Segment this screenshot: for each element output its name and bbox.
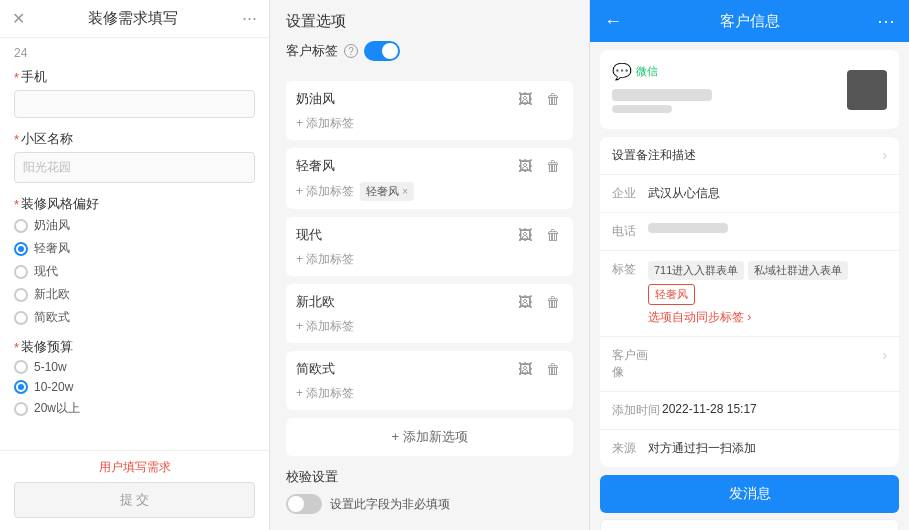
radio-circle-0 [14,219,28,233]
sync-arrow-icon: › [747,310,751,324]
portrait-key: 客户画像 [612,347,648,381]
avatar [847,70,887,110]
radio-circle-4 [14,311,28,325]
option-item-0: 🖼 🗑 + 添加标签 [286,81,573,140]
option-name-input-0[interactable] [296,92,515,107]
set-note-row[interactable]: 设置备注和描述 › [600,137,899,175]
phone-blur [648,223,728,233]
panel3-body: 💬 微信 设置备注和描述 › 企业 武汉从心信息 电话 [590,42,909,530]
add-tag-row-4: + 添加标签 [296,385,563,402]
header-more-icon[interactable]: ⋯ [877,10,895,32]
add-tag-row-1: + 添加标签 轻奢风 × [296,182,563,201]
add-tag-btn-1[interactable]: + 添加标签 [296,183,354,200]
portrait-arrow: › [882,347,887,363]
budget-circle-0 [14,360,28,374]
panel1-header: ✕ 装修需求填写 ··· [0,0,269,38]
customer-tag-label: 客户标签 ? [286,41,573,61]
tag-711: 711进入入群表单 [648,261,744,280]
option-item-4: 🖼 🗑 + 添加标签 [286,351,573,410]
panel2-title: 设置选项 [286,12,573,31]
send-message-button[interactable]: 发消息 [600,475,899,513]
option-icons-3: 🖼 🗑 [515,292,563,312]
option-top-0: 🖼 🗑 [296,89,563,109]
budget-circle-2 [14,402,28,416]
customer-tag-section: 客户标签 ? [286,41,573,61]
option-top-4: 🖼 🗑 [296,359,563,379]
image-icon-3[interactable]: 🖼 [515,292,535,312]
image-icon-4[interactable]: 🖼 [515,359,535,379]
portrait-row[interactable]: 客户画像 › [600,337,899,392]
budget-label: * 装修预算 [14,338,255,356]
budget-option-1[interactable]: 10-20w [14,380,255,394]
panel-form: ✕ 装修需求填写 ··· 24 * 手机 * 小区名称 阳光花园 * [0,0,270,530]
option-name-input-2[interactable] [296,228,515,243]
add-tag-btn-4[interactable]: + 添加标签 [296,385,354,402]
tag-private: 私域社群进入表单 [748,261,848,280]
community-label: * 小区名称 [14,130,255,148]
submit-button[interactable]: 提 交 [14,482,255,518]
budget-row: * 装修预算 5-10w 10-20w 20w以上 [14,338,255,417]
source-key: 来源 [612,440,648,457]
validate-label: 校验设置 [286,468,573,486]
option-icons-0: 🖼 🗑 [515,89,563,109]
style-option-3[interactable]: 新北欧 [14,286,255,303]
more-icon[interactable]: ··· [242,8,257,29]
panel1-body: 24 * 手机 * 小区名称 阳光花园 * 装修风格偏好 [0,38,269,450]
add-time-value: 2022-11-28 15:17 [662,402,887,416]
add-time-key: 添加时间 [612,402,662,419]
community-input[interactable]: 阳光花园 [14,152,255,183]
option-name-input-3[interactable] [296,295,515,310]
back-icon[interactable]: ← [604,11,622,32]
sync-label[interactable]: 选项自动同步标签 [648,310,744,324]
panel3-title: 客户信息 [622,12,877,31]
phone-input[interactable] [14,90,255,118]
number-row: 24 [14,46,255,60]
add-tag-btn-0[interactable]: + 添加标签 [296,115,354,132]
phone-key: 电话 [612,223,648,240]
option-name-input-4[interactable] [296,362,515,377]
validate-toggle[interactable] [286,494,322,514]
image-icon-1[interactable]: 🖼 [515,156,535,176]
close-icon[interactable]: ✕ [12,9,25,28]
voice-call-button[interactable]: 语音通话 [600,519,899,530]
style-option-0[interactable]: 奶油风 [14,217,255,234]
delete-icon-0[interactable]: 🗑 [543,89,563,109]
image-icon-0[interactable]: 🖼 [515,89,535,109]
budget-circle-1 [14,380,28,394]
help-icon[interactable]: ? [344,44,358,58]
wechat-icon: 💬 [612,62,632,81]
tag-key: 标签 [612,261,648,278]
tag-qingshe: 轻奢风 [648,284,695,305]
source-row: 来源 对方通过扫一扫添加 [600,430,899,467]
style-option-4[interactable]: 简欧式 [14,309,255,326]
source-value: 对方通过扫一扫添加 [648,440,887,457]
add-tag-btn-3[interactable]: + 添加标签 [296,318,354,335]
option-icons-1: 🖼 🗑 [515,156,563,176]
add-tag-btn-2[interactable]: + 添加标签 [296,251,354,268]
option-item-3: 🖼 🗑 + 添加标签 [286,284,573,343]
phone-label: * 手机 [14,68,255,86]
budget-option-0[interactable]: 5-10w [14,360,255,374]
delete-icon-1[interactable]: 🗑 [543,156,563,176]
delete-icon-2[interactable]: 🗑 [543,225,563,245]
option-item-2: 🖼 🗑 + 添加标签 [286,217,573,276]
name-blur-line [612,89,712,101]
tag-row: 标签 711进入入群表单 私域社群进入表单 轻奢风 选项自动同步标签 › [600,251,899,337]
option-name-input-1[interactable] [296,159,515,174]
delete-icon-4[interactable]: 🗑 [543,359,563,379]
validate-desc: 设置此字段为非必填项 [330,496,450,513]
image-icon-2[interactable]: 🖼 [515,225,535,245]
panel2-header: 设置选项 客户标签 ? [270,0,589,81]
add-time-row: 添加时间 2022-11-28 15:17 [600,392,899,430]
arrow-icon: › [882,147,887,163]
name-blur-area [612,89,837,113]
customer-tag-toggle[interactable] [364,41,400,61]
style-option-1[interactable]: 轻奢风 [14,240,255,257]
delete-icon-3[interactable]: 🗑 [543,292,563,312]
tag-chip-remove[interactable]: × [402,186,408,197]
add-new-option-btn[interactable]: + 添加新选项 [286,418,573,456]
budget-option-2[interactable]: 20w以上 [14,400,255,417]
style-option-2[interactable]: 现代 [14,263,255,280]
add-tag-row-0: + 添加标签 [296,115,563,132]
option-top-3: 🖼 🗑 [296,292,563,312]
